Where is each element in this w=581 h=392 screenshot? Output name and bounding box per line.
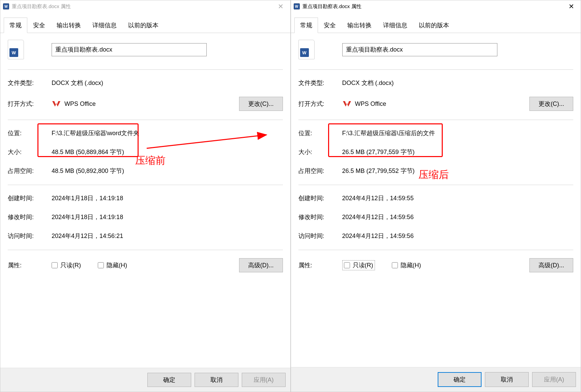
label-accessed: 访问时间: [298, 232, 342, 240]
cancel-button[interactable]: 取消 [485, 372, 529, 387]
wps-icon [52, 100, 61, 108]
filename-input[interactable] [52, 43, 207, 56]
label-file-type: 文件类型: [298, 79, 342, 87]
properties-dialog-after: W 重点项目勘察表.docx 属性 ✕ 常规 安全 输出转换 详细信息 以前的版… [291, 0, 581, 392]
divider [298, 69, 574, 70]
label-accessed: 访问时间: [8, 232, 52, 240]
label-modified: 修改时间: [8, 213, 52, 221]
divider [298, 250, 574, 250]
value-size: 26.5 MB (27,797,559 字节) [342, 148, 574, 156]
tab-general[interactable]: 常规 [294, 18, 318, 33]
advanced-button[interactable]: 高级(D)... [239, 258, 283, 272]
button-bar: 确定 取消 应用(A) [0, 368, 290, 392]
label-location: 位置: [8, 129, 52, 137]
checkbox-hidden[interactable]: 隐藏(H) [98, 261, 127, 269]
value-file-type: DOCX 文档 (.docx) [342, 79, 574, 87]
tab-details[interactable]: 详细信息 [87, 18, 122, 33]
value-accessed: 2024年4月12日，14:56:21 [52, 232, 283, 240]
value-file-type: DOCX 文档 (.docx) [52, 79, 283, 87]
tab-bar: 常规 安全 输出转换 详细信息 以前的版本 [291, 17, 581, 33]
label-size-on-disk: 占用空间: [298, 167, 342, 175]
divider [298, 120, 574, 120]
advanced-button[interactable]: 高级(D)... [529, 258, 573, 272]
apply-button[interactable]: 应用(A) [532, 372, 576, 387]
file-type-icon: W [8, 40, 24, 59]
value-modified: 2024年1月18日，14:19:18 [52, 213, 283, 221]
value-open-with: WPS Office [52, 100, 239, 108]
divider [8, 250, 283, 250]
label-modified: 修改时间: [298, 213, 342, 221]
wps-icon [342, 100, 352, 108]
label-created: 创建时间: [298, 194, 342, 202]
label-created: 创建时间: [8, 194, 52, 202]
titlebar: W 重点项目勘察表.docx 属性 ✕ [291, 0, 581, 12]
word-file-icon: W [3, 3, 9, 9]
filename-input[interactable] [342, 43, 497, 56]
content-area: W 文件类型: DOCX 文档 (.docx) 打开方式: WPS Office… [0, 33, 290, 368]
tab-general[interactable]: 常规 [4, 18, 27, 33]
label-open-with: 打开方式: [8, 100, 52, 108]
tab-bar: 常规 安全 输出转换 详细信息 以前的版本 [0, 17, 290, 33]
value-open-with: WPS Office [342, 100, 530, 108]
window-title: 重点项目勘察表.docx 属性 [12, 3, 274, 10]
ok-button[interactable]: 确定 [147, 373, 191, 387]
word-file-icon: W [294, 3, 300, 9]
value-location: F:\3.汇帮超级压缩器\压缩后的文件 [342, 129, 574, 137]
checkbox-hidden[interactable]: 隐藏(H) [392, 261, 421, 269]
value-accessed: 2024年4月12日，14:59:56 [342, 232, 574, 240]
close-button[interactable]: ✕ [274, 1, 288, 11]
tab-previous-versions[interactable]: 以前的版本 [122, 18, 164, 33]
cancel-button[interactable]: 取消 [195, 373, 238, 387]
file-type-icon: W [298, 40, 315, 59]
hidden-checkbox[interactable] [392, 262, 398, 268]
value-size: 48.5 MB (50,889,864 字节) [52, 148, 283, 156]
change-button[interactable]: 更改(C)... [239, 97, 283, 111]
tab-security[interactable]: 安全 [318, 18, 342, 33]
close-button[interactable]: ✕ [564, 1, 578, 11]
properties-dialog-before: W 重点项目勘察表.docx 属性 ✕ 常规 安全 输出转换 详细信息 以前的版… [0, 0, 291, 392]
label-attributes: 属性: [8, 261, 52, 269]
checkbox-readonly[interactable]: 只读(R) [342, 260, 375, 270]
label-file-type: 文件类型: [8, 79, 52, 87]
label-size-on-disk: 占用空间: [8, 167, 52, 175]
readonly-checkbox[interactable] [344, 262, 350, 268]
label-size: 大小: [298, 148, 342, 156]
value-size-on-disk: 26.5 MB (27,799,552 字节) [342, 167, 574, 175]
divider [298, 185, 574, 185]
change-button[interactable]: 更改(C)... [529, 97, 573, 111]
value-location: F:\3.汇帮超级压缩器\word文件夹 [52, 129, 283, 137]
label-attributes: 属性: [298, 261, 342, 269]
button-bar: 确定 取消 应用(A) [291, 367, 581, 392]
ok-button[interactable]: 确定 [438, 372, 482, 387]
label-size: 大小: [8, 148, 52, 156]
window-title: 重点项目勘察表.docx 属性 [302, 3, 565, 10]
divider [8, 185, 283, 185]
label-location: 位置: [298, 129, 342, 137]
content-area: W 文件类型: DOCX 文档 (.docx) 打开方式: WPS Office… [291, 33, 581, 367]
divider [8, 69, 283, 70]
titlebar: W 重点项目勘察表.docx 属性 ✕ [0, 0, 290, 12]
value-modified: 2024年4月12日，14:59:56 [342, 213, 574, 221]
checkbox-readonly[interactable]: 只读(R) [52, 261, 81, 269]
value-size-on-disk: 48.5 MB (50,892,800 字节) [52, 167, 283, 175]
tab-output-convert[interactable]: 输出转换 [342, 18, 377, 33]
apply-button[interactable]: 应用(A) [242, 373, 286, 387]
tab-previous-versions[interactable]: 以前的版本 [413, 18, 455, 33]
hidden-checkbox[interactable] [98, 262, 104, 268]
tab-output-convert[interactable]: 输出转换 [51, 18, 87, 33]
tab-details[interactable]: 详细信息 [377, 18, 413, 33]
tab-security[interactable]: 安全 [27, 18, 51, 33]
value-created: 2024年4月12日，14:59:55 [342, 194, 574, 202]
value-created: 2024年1月18日，14:19:18 [52, 194, 283, 202]
readonly-checkbox[interactable] [52, 262, 58, 268]
divider [8, 120, 283, 120]
label-open-with: 打开方式: [298, 100, 342, 108]
